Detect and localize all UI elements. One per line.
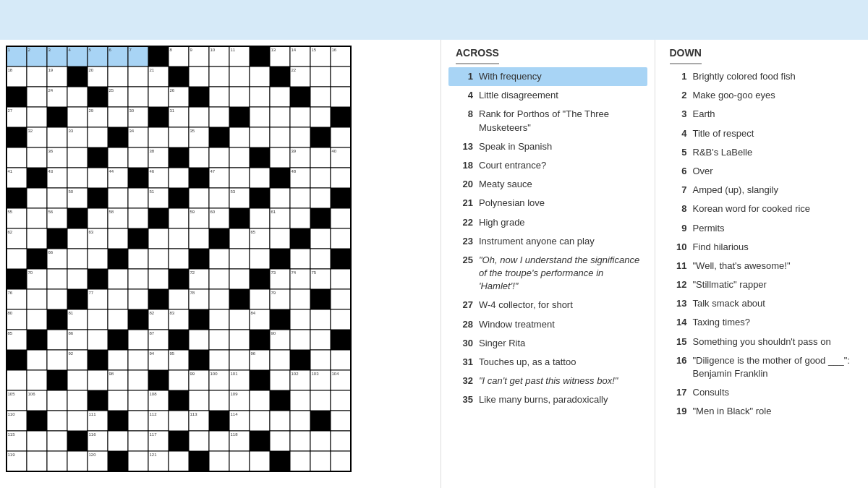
- crossword-grid-area[interactable]: [0, 40, 441, 488]
- clue-item-25[interactable]: 25"Oh, now I understand the significance…: [448, 251, 647, 296]
- clue-description: Taxing times?: [693, 316, 750, 329]
- across-column: ACROSS 1With frequency4Little disagreeme…: [441, 40, 655, 488]
- down-header: DOWN: [670, 40, 702, 64]
- clue-item-17[interactable]: 17Consults: [663, 383, 861, 402]
- clue-description: Consults: [693, 386, 730, 399]
- clue-number-label: 9: [667, 222, 687, 235]
- clue-item-9[interactable]: 9Permits: [663, 219, 861, 238]
- clue-description: "I can't get past this witness box!": [479, 374, 618, 388]
- clue-item-31[interactable]: 31Touches up, as a tattoo: [448, 353, 647, 372]
- clue-number-label: 32: [453, 374, 473, 388]
- clue-number-label: 4: [453, 89, 473, 102]
- clue-item-32[interactable]: 32"I can't get past this witness box!": [448, 372, 647, 390]
- clue-description: Find hilarious: [693, 241, 749, 254]
- clue-item-11[interactable]: 11"Well, that's awesome!": [663, 257, 861, 275]
- clue-description: Korean word for cooked rice: [693, 202, 811, 215]
- clue-item-15[interactable]: 15Something you shouldn't pass on: [663, 333, 861, 351]
- clue-number-label: 23: [453, 235, 473, 248]
- clue-description: Like many burns, paradoxically: [479, 393, 608, 406]
- clue-number-label: 18: [453, 159, 473, 172]
- clue-number-label: 25: [453, 254, 473, 294]
- clue-description: Over: [693, 165, 713, 178]
- clue-item-21[interactable]: 21Polynesian love: [448, 194, 647, 213]
- clue-item-5[interactable]: 5R&B's LaBelle: [663, 143, 861, 162]
- clue-item-4[interactable]: 4Title of respect: [663, 124, 861, 143]
- across-header: ACROSS: [456, 40, 499, 64]
- clue-description: Talk smack about: [693, 297, 765, 310]
- clue-description: Brightly colored food fish: [693, 70, 796, 83]
- clue-description: Touches up, as a tattoo: [479, 356, 576, 369]
- clue-number-label: 21: [453, 197, 473, 210]
- clue-number-label: 6: [667, 165, 687, 178]
- clue-description: Meaty sauce: [479, 178, 532, 191]
- clue-item-1[interactable]: 1With frequency: [448, 67, 647, 86]
- clue-number-label: 35: [453, 393, 473, 406]
- clue-item-12[interactable]: 12"Stillmatic" rapper: [663, 275, 861, 294]
- clue-description: High grade: [479, 216, 525, 229]
- clue-item-22[interactable]: 22High grade: [448, 213, 647, 232]
- clue-number-label: 31: [453, 356, 473, 369]
- clues-area: ACROSS 1With frequency4Little disagreeme…: [441, 40, 868, 488]
- across-clues-list: 1With frequency4Little disagreement8Rank…: [448, 67, 647, 410]
- clue-number-label: 8: [667, 202, 687, 215]
- clue-item-20[interactable]: 20Meaty sauce: [448, 175, 647, 194]
- clue-description: "Oh, now I understand the significance o…: [479, 254, 643, 294]
- clue-description: With frequency: [479, 70, 542, 83]
- clue-number-label: 12: [667, 278, 687, 291]
- clue-number-label: 7: [667, 184, 687, 197]
- clue-item-2[interactable]: 2Make goo-goo eyes: [663, 86, 861, 105]
- down-column: DOWN 1Brightly colored food fish2Make go…: [655, 40, 869, 488]
- clue-number-label: 3: [667, 108, 687, 121]
- clue-number-label: 30: [453, 337, 473, 350]
- clue-item-27[interactable]: 27W-4 collector, for short: [448, 296, 647, 314]
- clue-number-label: 19: [667, 405, 687, 418]
- clue-item-13[interactable]: 13Talk smack about: [663, 294, 861, 313]
- clue-item-8[interactable]: 8Korean word for cooked rice: [663, 200, 861, 218]
- clue-description: Window treatment: [479, 318, 555, 331]
- clue-item-19[interactable]: 19"Men in Black" role: [663, 402, 861, 421]
- clue-item-35[interactable]: 35Like many burns, paradoxically: [448, 390, 647, 409]
- clue-number-label: 5: [667, 146, 687, 159]
- clue-item-7[interactable]: 7Amped (up), slangily: [663, 181, 861, 200]
- clue-number-label: 14: [667, 316, 687, 329]
- clue-item-13[interactable]: 13Speak in Spanish: [448, 137, 647, 156]
- clue-number-label: 20: [453, 178, 473, 191]
- main-content: ACROSS 1With frequency4Little disagreeme…: [0, 40, 868, 488]
- clue-item-28[interactable]: 28Window treatment: [448, 315, 647, 334]
- clue-description: Make goo-goo eyes: [693, 89, 775, 102]
- clue-description: Permits: [693, 222, 725, 235]
- clue-description: Earth: [693, 108, 715, 121]
- clue-number-label: 4: [667, 127, 687, 140]
- clue-number-label: 2: [667, 89, 687, 102]
- clue-number-label: 13: [453, 140, 473, 153]
- clue-item-16[interactable]: 16"Diligence is the mother of good ___":…: [663, 351, 861, 383]
- clue-number-label: 11: [667, 260, 687, 273]
- clue-description: "Well, that's awesome!": [693, 260, 791, 273]
- clue-item-14[interactable]: 14Taxing times?: [663, 313, 861, 332]
- clue-number-label: 22: [453, 216, 473, 229]
- clue-item-6[interactable]: 6Over: [663, 162, 861, 181]
- clue-item-10[interactable]: 10Find hilarious: [663, 238, 861, 257]
- clue-item-30[interactable]: 30Singer Rita: [448, 334, 647, 353]
- clue-description: R&B's LaBelle: [693, 146, 753, 159]
- clue-item-8[interactable]: 8Rank for Porthos of "The Three Musketee…: [448, 105, 647, 137]
- clue-description: Speak in Spanish: [479, 140, 552, 153]
- crossword-canvas[interactable]: [6, 46, 352, 472]
- clue-number-label: 10: [667, 241, 687, 254]
- clue-description: Title of respect: [693, 127, 754, 140]
- clue-item-23[interactable]: 23Instrument anyone can play: [448, 232, 647, 251]
- clue-number-label: 1: [667, 70, 687, 83]
- clue-description: Court entrance?: [479, 159, 546, 172]
- clue-item-4[interactable]: 4Little disagreement: [448, 86, 647, 105]
- clue-item-1[interactable]: 1Brightly colored food fish: [663, 67, 861, 86]
- clue-description: "Stillmatic" rapper: [693, 278, 767, 291]
- clue-item-18[interactable]: 18Court entrance?: [448, 156, 647, 175]
- clue-item-3[interactable]: 3Earth: [663, 105, 861, 124]
- clue-number-label: 15: [667, 335, 687, 348]
- clue-number-label: 27: [453, 299, 473, 312]
- clue-description: Singer Rita: [479, 337, 525, 350]
- clue-description: Something you shouldn't pass on: [693, 335, 831, 348]
- clue-description: Little disagreement: [479, 89, 558, 102]
- clue-number-label: 13: [667, 297, 687, 310]
- clue-header: [0, 0, 868, 40]
